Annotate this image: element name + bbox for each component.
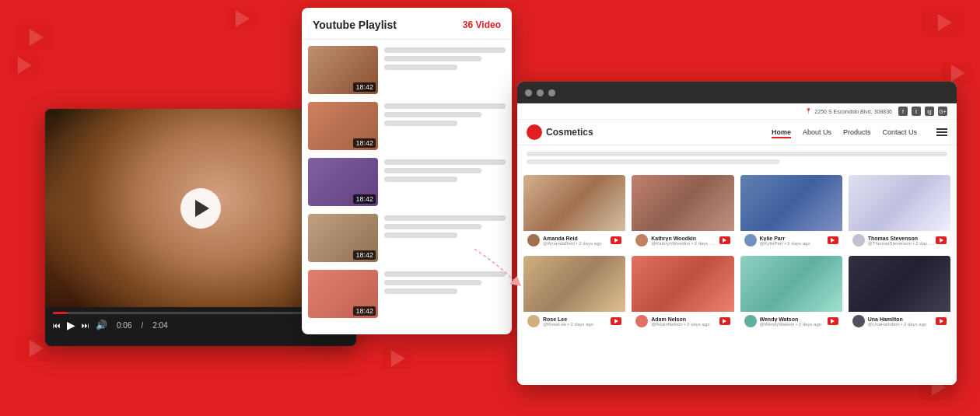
nav-link-products[interactable]: Products: [843, 128, 871, 136]
grid-sub-2: @KathrynWoodkin • 2 days ago: [651, 241, 716, 246]
yt-badge-5[interactable]: [611, 317, 621, 325]
grid-sub-3: @KylieParr • 2 days ago: [760, 241, 824, 246]
browser-dot-1: [525, 89, 532, 96]
grid-avatar-7: [744, 315, 757, 327]
yt-badge-1[interactable]: [611, 236, 621, 244]
facebook-icon[interactable]: f: [898, 107, 908, 116]
grid-info-6: Adam Nelson @AdamNelson • 2 days ago: [632, 312, 733, 330]
grid-info-5: Rose Lee @RoseLee • 2 days ago: [523, 312, 625, 330]
text-line: [384, 47, 506, 53]
browser-dot-2: [537, 89, 544, 96]
grid-video-item-2[interactable]: Kathryn Woodkin @KathrynWoodkin • 2 days…: [632, 175, 733, 250]
playlist-count: 36 Video: [463, 19, 501, 30]
grid-info-8: Una Hamilton @UnaHamilton • 2 days ago: [849, 312, 950, 330]
grid-thumb-1: [523, 175, 625, 231]
grid-avatar-2: [635, 234, 648, 246]
grid-name-1: Amanda Reid: [543, 236, 607, 241]
playlist-item[interactable]: 18:42: [308, 46, 506, 94]
grid-video-item-8[interactable]: Una Hamilton @UnaHamilton • 2 days ago: [849, 256, 950, 330]
grid-avatar-1: [527, 234, 540, 246]
grid-avatar-5: [527, 315, 540, 327]
grid-sub-7: @WendyWatson • 2 days ago: [760, 322, 824, 327]
play-pause-button[interactable]: ▶: [67, 319, 75, 331]
grid-name-5: Rose Lee: [543, 316, 607, 322]
text-line: [384, 232, 457, 238]
grid-meta-7: Wendy Watson @WendyWatson • 2 days ago: [760, 316, 824, 327]
grid-video-item-4[interactable]: Thomas Stevenson @ThomasStevenson • 2 da…: [849, 175, 950, 250]
playlist-duration-5: 18:42: [353, 306, 376, 316]
grid-meta-3: Kylie Parr @KylieParr • 2 days ago: [760, 236, 824, 246]
play-button[interactable]: [180, 188, 221, 229]
grid-info-7: Wendy Watson @WendyWatson • 2 days ago: [740, 312, 842, 330]
site-topbar: 📍 2250 S Escondido Blvd, 308836 f t ig G…: [517, 103, 957, 120]
playlist-thumb-1: 18:42: [308, 46, 378, 94]
text-line: [384, 121, 457, 126]
playlist-thumb-3: 18:42: [308, 158, 378, 206]
instagram-icon[interactable]: ig: [925, 107, 934, 116]
hamburger-menu[interactable]: [936, 128, 947, 136]
twitter-icon[interactable]: t: [912, 107, 921, 116]
playlist-duration-1: 18:42: [353, 82, 376, 92]
grid-meta-6: Adam Nelson @AdamNelson • 2 days ago: [651, 316, 716, 327]
grid-video-item-6[interactable]: Adam Nelson @AdamNelson • 2 days ago: [632, 256, 733, 330]
volume-icon[interactable]: 🔊: [96, 320, 107, 330]
playlist-header: Youtube Playlist 36 Video: [302, 8, 512, 40]
playlist-thumb-4: 18:42: [308, 214, 378, 262]
playlist-item-text-4: [384, 214, 506, 238]
yt-badge-8[interactable]: [936, 317, 947, 325]
grid-info-4: Thomas Stevenson @ThomasStevenson • 2 da…: [849, 231, 950, 250]
yt-badge-4[interactable]: [936, 236, 947, 244]
grid-avatar-6: [635, 315, 648, 327]
grid-thumb-2: [632, 175, 733, 231]
text-line: [384, 159, 506, 165]
grid-name-3: Kylie Parr: [760, 236, 824, 241]
location-icon: 📍: [805, 108, 812, 114]
playlist-item[interactable]: 18:42: [308, 102, 506, 150]
social-icons: f t ig G+: [898, 107, 947, 116]
yt-badge-6[interactable]: [719, 317, 730, 325]
text-line: [384, 168, 481, 173]
grid-video-item-7[interactable]: Wendy Watson @WendyWatson • 2 days ago: [740, 256, 842, 330]
progress-bar-fill: [53, 312, 68, 314]
site-logo: Cosmetics: [527, 124, 593, 140]
grid-video-item-3[interactable]: Kylie Parr @KylieParr • 2 days ago: [740, 175, 842, 250]
google-plus-icon[interactable]: G+: [938, 107, 947, 116]
search-bar-fake: [527, 152, 947, 156]
skip-forward-button[interactable]: ⏭: [82, 321, 89, 330]
grid-sub-1: @AmandaReid • 2 days ago: [543, 241, 607, 246]
logo-text: Cosmetics: [546, 127, 593, 138]
current-time: 0:06: [117, 321, 131, 330]
playlist-duration-2: 18:42: [353, 138, 376, 148]
grid-thumb-4: [849, 175, 950, 231]
arrow-decoration: [467, 241, 529, 288]
site-nav-links: Home About Us Products Contact Us: [772, 128, 947, 136]
search-bar-fake-short: [527, 159, 779, 164]
text-line: [384, 112, 481, 117]
yt-badge-2[interactable]: [719, 236, 730, 244]
site-nav: Cosmetics Home About Us Products Contact…: [517, 120, 957, 145]
playlist-duration-3: 18:42: [353, 194, 376, 204]
text-line: [384, 215, 506, 221]
nav-link-contact[interactable]: Contact Us: [882, 128, 917, 136]
yt-badge-3[interactable]: [828, 236, 838, 244]
playlist-thumb-2: 18:42: [308, 102, 378, 150]
skip-back-button[interactable]: ⏮: [53, 321, 61, 330]
browser-titlebar: [517, 82, 957, 103]
grid-avatar-3: [744, 234, 757, 246]
playlist-item-text-2: [384, 102, 506, 126]
grid-avatar-8: [852, 315, 865, 327]
nav-link-home[interactable]: Home: [772, 128, 791, 136]
grid-thumb-5: [523, 256, 625, 312]
playlist-item[interactable]: 18:42: [308, 158, 506, 206]
nav-link-about[interactable]: About Us: [803, 128, 831, 136]
grid-meta-1: Amanda Reid @AmandaReid • 2 days ago: [543, 236, 607, 246]
grid-thumb-7: [740, 256, 842, 312]
grid-video-item-5[interactable]: Rose Lee @RoseLee • 2 days ago: [523, 256, 625, 330]
grid-sub-6: @AdamNelson • 2 days ago: [651, 322, 716, 327]
text-line: [384, 56, 481, 61]
logo-icon: [527, 124, 542, 140]
text-line: [384, 65, 457, 70]
yt-badge-7[interactable]: [828, 317, 838, 325]
grid-name-8: Una Hamilton: [868, 316, 933, 322]
grid-video-item-1[interactable]: Amanda Reid @AmandaReid • 2 days ago: [523, 175, 625, 250]
